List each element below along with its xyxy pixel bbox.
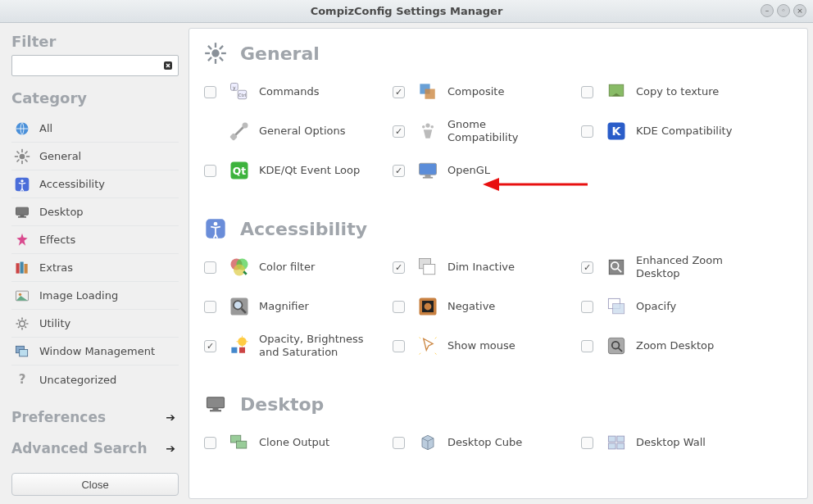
sidebar-item-image-loading[interactable]: Image Loading — [11, 282, 179, 310]
maximize-button[interactable]: ◦ — [777, 4, 790, 17]
plugin-opacity-brightness[interactable]: ✓ Opacity, Brightness and Saturation — [204, 332, 393, 360]
magnifier-icon — [226, 293, 252, 320]
plugin-grid-general: yCtrl Commands ✓ Composite Copy to textu… — [204, 78, 802, 184]
plugin-kde-qt-event-loop[interactable]: Qt KDE/Qt Event Loop — [204, 157, 393, 184]
svg-text:Qt: Qt — [233, 166, 246, 177]
sidebar-item-label: Effects — [39, 234, 177, 246]
plugin-checkbox[interactable] — [581, 301, 593, 313]
plugin-checkbox[interactable] — [393, 340, 405, 352]
plugin-checkbox[interactable] — [581, 340, 593, 352]
svg-rect-32 — [207, 45, 212, 50]
sidebar-item-general[interactable]: General — [11, 143, 179, 170]
svg-rect-70 — [613, 304, 625, 314]
sidebar-item-desktop[interactable]: Desktop — [11, 198, 179, 226]
svg-rect-16 — [16, 263, 20, 274]
desktop-icon — [201, 389, 230, 419]
plugin-clone-output[interactable]: Clone Output — [204, 429, 393, 456]
svg-rect-78 — [210, 410, 221, 411]
filter-input-wrap[interactable] — [11, 55, 179, 76]
svg-point-59 — [234, 265, 245, 276]
sidebar-item-label: Desktop — [39, 206, 177, 218]
sidebar-item-accessibility[interactable]: Accessibility — [11, 170, 179, 198]
plugin-checkbox[interactable] — [204, 301, 216, 313]
plugin-label: Negative — [447, 300, 495, 313]
plugin-checkbox[interactable] — [204, 86, 216, 98]
sidebar: Filter Category All General Accessibilit… — [0, 23, 187, 504]
preferences-link[interactable]: Preferences ➔ — [11, 402, 179, 433]
plugin-checkbox[interactable]: ✓ — [393, 261, 405, 274]
clear-filter-icon[interactable] — [163, 60, 175, 71]
plugin-grid-desktop: Clone Output Desktop Cube Desktop Wall — [204, 429, 802, 456]
svg-text:?: ? — [19, 372, 26, 387]
plugin-checkbox[interactable] — [393, 301, 405, 313]
gear-icon — [201, 39, 230, 68]
sidebar-item-uncategorized[interactable]: ? Uncategorized — [11, 366, 179, 393]
sidebar-item-window-management[interactable]: Window Management — [11, 338, 179, 366]
plugin-checkbox[interactable]: ✓ — [393, 125, 405, 138]
plugin-zoom-desktop[interactable]: Zoom Desktop — [581, 332, 770, 360]
sidebar-item-utility[interactable]: Utility — [11, 310, 179, 338]
section-title: Accessibility — [240, 219, 367, 239]
plugin-enhanced-zoom[interactable]: ✓ Enhanced Zoom Desktop — [581, 253, 770, 281]
close-window-button[interactable]: × — [793, 4, 806, 17]
plugin-checkbox[interactable]: ✓ — [393, 165, 405, 177]
plugin-label: Composite — [447, 85, 504, 98]
plugin-color-filter[interactable]: Color filter — [204, 253, 393, 281]
svg-rect-39 — [425, 89, 435, 99]
close-button[interactable]: Close — [11, 473, 179, 496]
svg-rect-30 — [219, 45, 224, 50]
settings-content[interactable]: General yCtrl Commands ✓ Composite Copy … — [188, 28, 808, 499]
sidebar-item-label: All — [39, 122, 177, 134]
plugin-magnifier[interactable]: Magnifier — [204, 293, 393, 320]
accessibility-icon — [201, 214, 230, 243]
svg-point-25 — [211, 49, 219, 57]
svg-point-56 — [214, 222, 218, 226]
filter-input[interactable] — [16, 58, 163, 74]
plugin-checkbox[interactable] — [581, 125, 593, 138]
svg-rect-10 — [25, 158, 28, 161]
plugin-checkbox[interactable] — [393, 437, 405, 449]
plugin-general-options[interactable]: General Options — [204, 117, 393, 145]
advanced-search-link[interactable]: Advanced Search ➔ — [11, 433, 179, 464]
plugin-copy-to-texture[interactable]: Copy to texture — [581, 78, 770, 106]
plugin-label: KDE Compatibility — [636, 125, 732, 138]
plugin-checkbox[interactable] — [204, 165, 216, 177]
plugin-kde-compatibility[interactable]: K KDE Compatibility — [581, 117, 770, 145]
sidebar-item-effects[interactable]: Effects — [11, 226, 179, 254]
plugin-checkbox[interactable]: ✓ — [581, 261, 593, 274]
plugin-checkbox[interactable]: ✓ — [204, 340, 216, 352]
plugin-label: Show mouse — [447, 339, 516, 352]
plugin-gnome-compatibility[interactable]: ✓ Gnome Compatibility — [393, 117, 581, 145]
plugin-label: Color filter — [259, 261, 315, 274]
plugin-checkbox[interactable]: ✓ — [393, 86, 405, 98]
plugin-opacify[interactable]: Opacify — [581, 293, 770, 320]
minimize-button[interactable]: – — [761, 4, 774, 17]
svg-rect-77 — [213, 408, 219, 410]
plugin-desktop-cube[interactable]: Desktop Cube — [393, 429, 581, 456]
gnome-compat-icon — [415, 118, 441, 144]
svg-point-68 — [425, 303, 432, 311]
plugin-opengl[interactable]: ✓ OpenGL — [393, 157, 581, 184]
desktop-wall-icon — [603, 429, 629, 456]
plugin-checkbox[interactable] — [581, 86, 593, 98]
svg-rect-26 — [215, 43, 216, 48]
plugin-composite[interactable]: ✓ Composite — [393, 78, 581, 106]
sidebar-item-label: Image Loading — [39, 289, 177, 302]
plugin-show-mouse[interactable]: Show mouse — [393, 332, 581, 360]
sidebar-item-label: Window Management — [39, 345, 177, 357]
desktop-icon — [13, 203, 31, 221]
plugin-desktop-wall[interactable]: Desktop Wall — [581, 429, 770, 456]
plugin-dim-inactive[interactable]: ✓ Dim Inactive — [393, 253, 581, 281]
arrow-right-icon: ➔ — [166, 411, 175, 424]
plugin-negative[interactable]: Negative — [393, 293, 581, 320]
plugin-commands[interactable]: yCtrl Commands — [204, 78, 393, 106]
plugin-checkbox[interactable] — [581, 437, 593, 449]
sidebar-item-all[interactable]: All — [11, 115, 179, 143]
plugin-checkbox[interactable] — [204, 261, 216, 274]
plugin-checkbox[interactable] — [204, 437, 216, 449]
sidebar-item-extras[interactable]: Extras — [11, 254, 179, 282]
svg-point-20 — [19, 293, 21, 295]
enhanced-zoom-icon — [603, 254, 629, 280]
plugin-label: KDE/Qt Event Loop — [259, 164, 360, 177]
plugin-label: General Options — [259, 125, 346, 138]
